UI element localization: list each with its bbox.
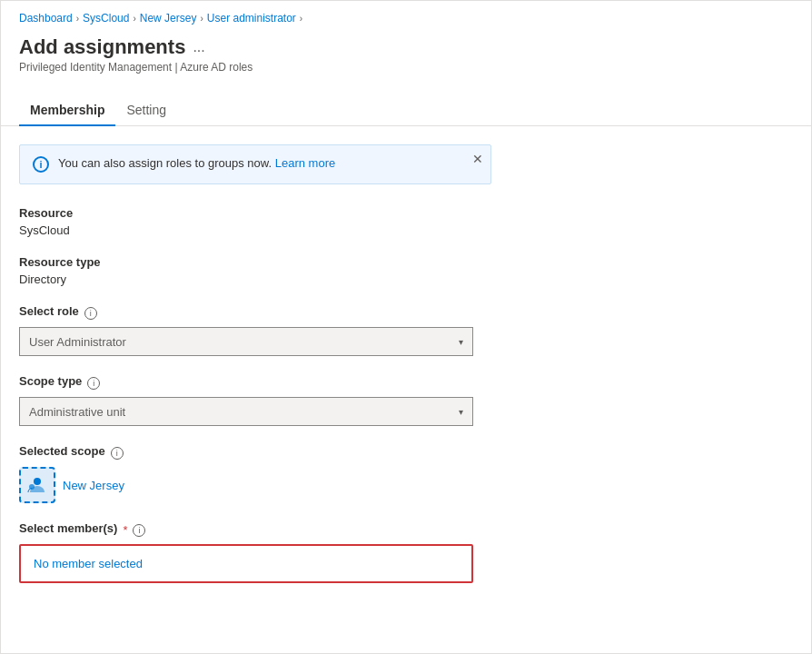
page-header: Add assignments ... Privileged Identity …	[1, 32, 811, 88]
scope-type-dropdown[interactable]: Administrative unit ▾	[19, 397, 473, 426]
select-members-field: Select member(s) * i No member selected	[19, 521, 491, 583]
info-icon: i	[33, 156, 49, 173]
required-star: *	[123, 523, 127, 537]
select-members-label: Select member(s)	[19, 521, 117, 535]
resource-field: Resource SysCloud	[19, 206, 491, 237]
breadcrumb-sep-3: ›	[200, 14, 203, 24]
tab-setting[interactable]: Setting	[115, 95, 177, 126]
select-role-value: User Administrator	[29, 335, 126, 349]
select-role-field: Select role i User Administrator ▾	[19, 304, 491, 356]
learn-more-link[interactable]: Learn more	[275, 156, 335, 170]
info-banner: i You can also assign roles to groups no…	[19, 144, 491, 184]
resource-type-label: Resource type	[19, 255, 491, 269]
resource-value: SysCloud	[19, 223, 491, 237]
selected-scope-info-icon[interactable]: i	[111, 447, 124, 460]
scope-type-field: Scope type i Administrative unit ▾	[19, 374, 491, 426]
resource-type-value: Directory	[19, 272, 491, 286]
page-subtitle: Privileged Identity Management | Azure A…	[19, 61, 793, 74]
select-role-dropdown-button[interactable]: User Administrator ▾	[19, 327, 473, 356]
resource-label: Resource	[19, 206, 491, 220]
select-members-box[interactable]: No member selected	[19, 544, 473, 583]
select-role-info-icon[interactable]: i	[84, 307, 97, 320]
page-title: Add assignments	[19, 35, 185, 59]
breadcrumb-sysclound[interactable]: SysCloud	[83, 12, 129, 25]
resource-type-field: Resource type Directory	[19, 255, 491, 286]
select-role-chevron-icon: ▾	[459, 337, 463, 347]
selected-scope-link[interactable]: New Jersey	[63, 479, 124, 492]
scope-type-dropdown-button[interactable]: Administrative unit ▾	[19, 397, 473, 426]
scope-type-label: Scope type	[19, 374, 82, 388]
select-role-label: Select role	[19, 304, 79, 318]
scope-type-value: Administrative unit	[29, 405, 125, 419]
title-ellipsis-button[interactable]: ...	[193, 39, 204, 55]
tab-membership[interactable]: Membership	[19, 95, 115, 126]
tabs-container: Membership Setting	[1, 95, 811, 126]
selected-scope-container: New Jersey	[19, 467, 491, 503]
select-members-info-icon[interactable]: i	[133, 524, 145, 537]
select-role-dropdown[interactable]: User Administrator ▾	[19, 327, 473, 356]
breadcrumb: Dashboard › SysCloud › New Jersey › User…	[1, 1, 811, 32]
breadcrumb-sep-4: ›	[300, 14, 302, 24]
breadcrumb-sep-2: ›	[133, 14, 135, 24]
svg-point-0	[34, 478, 41, 485]
info-close-button[interactable]: ✕	[472, 153, 483, 165]
scope-type-info-icon[interactable]: i	[87, 377, 100, 390]
scope-icon-svg	[26, 474, 48, 496]
breadcrumb-sep-1: ›	[76, 14, 79, 24]
breadcrumb-dashboard[interactable]: Dashboard	[19, 12, 73, 25]
no-member-text[interactable]: No member selected	[34, 557, 459, 570]
breadcrumb-newjersey[interactable]: New Jersey	[140, 12, 197, 25]
breadcrumb-useradmin[interactable]: User administrator	[207, 12, 296, 25]
selected-scope-field: Selected scope i New Jersey	[19, 444, 491, 503]
content-area: i You can also assign roles to groups no…	[1, 126, 510, 619]
info-banner-text: You can also assign roles to groups now.…	[58, 156, 478, 170]
scope-icon	[19, 467, 55, 503]
selected-scope-label: Selected scope	[19, 444, 105, 458]
scope-type-chevron-icon: ▾	[459, 407, 463, 417]
page-container: Dashboard › SysCloud › New Jersey › User…	[0, 0, 812, 654]
